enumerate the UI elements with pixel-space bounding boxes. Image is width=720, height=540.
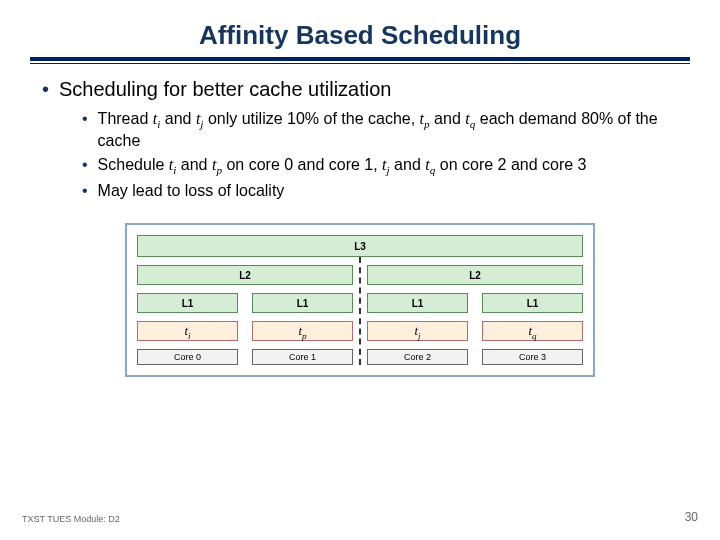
bullet1-text: Scheduling for better cache utilization (59, 78, 391, 101)
slide-number: 30 (685, 510, 698, 524)
footer-left: TXST TUES Module: D2 (22, 514, 120, 524)
slide-title: Affinity Based Scheduling (30, 20, 690, 51)
core-box: Core 0 (137, 349, 238, 365)
core-box: Core 2 (367, 349, 468, 365)
bullet-dot: • (82, 181, 88, 201)
l2-cache-right: L2 (367, 265, 583, 285)
sub-bullet-3-text: May lead to loss of locality (98, 181, 285, 201)
l2-cache-left: L2 (137, 265, 353, 285)
core-box: Core 1 (252, 349, 353, 365)
cluster-divider (359, 257, 361, 365)
bullet-dot: • (42, 78, 49, 101)
bullet-list: • Scheduling for better cache utilizatio… (30, 78, 690, 201)
bullet-level1: • Scheduling for better cache utilizatio… (42, 78, 690, 101)
sub-bullet-1: • Thread ti and tj only utilize 10% of t… (82, 109, 690, 151)
core-box: Core 3 (482, 349, 583, 365)
l1-cache: L1 (482, 293, 583, 313)
sub-bullet-2-text: Schedule ti and tp on core 0 and core 1,… (98, 155, 587, 177)
sub-bullet-2: • Schedule ti and tp on core 0 and core … (82, 155, 690, 177)
bullet-dot: • (82, 155, 88, 177)
thread-box: tp (252, 321, 353, 341)
l1-cache: L1 (367, 293, 468, 313)
bullet-dot: • (82, 109, 88, 151)
l3-cache: L3 (137, 235, 583, 257)
title-rule (30, 57, 690, 64)
sub-bullet-1-text: Thread ti and tj only utilize 10% of the… (98, 109, 690, 151)
sub-bullet-3: • May lead to loss of locality (82, 181, 690, 201)
thread-box: tq (482, 321, 583, 341)
l1-cache: L1 (137, 293, 238, 313)
l1-cache: L1 (252, 293, 353, 313)
sub-bullets: • Thread ti and tj only utilize 10% of t… (82, 109, 690, 201)
slide: Affinity Based Scheduling • Scheduling f… (0, 0, 720, 540)
thread-box: ti (137, 321, 238, 341)
thread-box: tj (367, 321, 468, 341)
cache-diagram: L3 L2 L2 L1 L1 L1 L1 ti tp tj tq (125, 223, 595, 377)
